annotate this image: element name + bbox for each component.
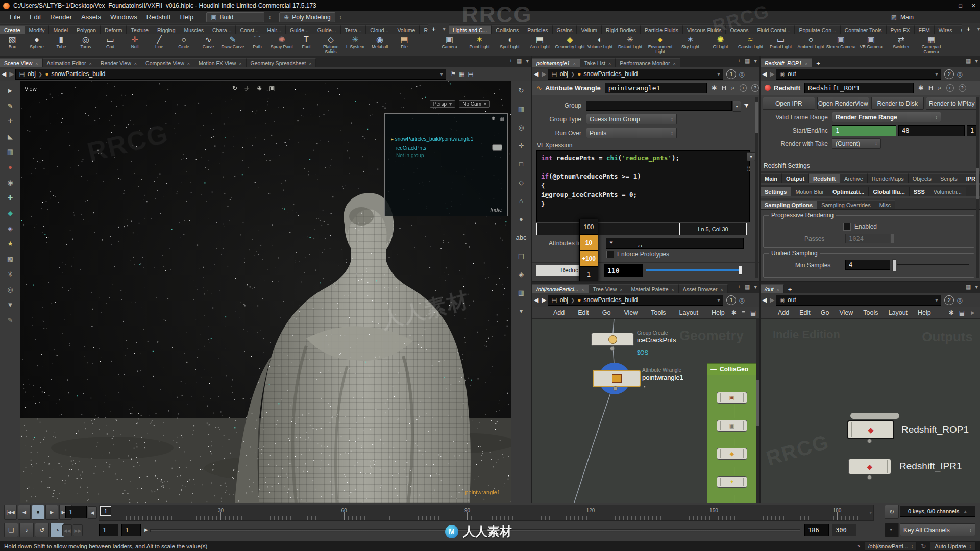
drag-handle-icon[interactable]: ⣿ xyxy=(747,165,749,171)
shelf-tool[interactable]: ▦ Gamepad Camera xyxy=(916,35,946,54)
shelf-tool[interactable]: ╱ Line xyxy=(147,35,172,49)
start-frame-field[interactable]: 1 xyxy=(832,125,896,136)
display-option-icon[interactable]: ◇ xyxy=(513,177,529,188)
rop-path-field[interactable]: ◉ out ▾ xyxy=(776,69,941,80)
settings-tab[interactable]: Archive xyxy=(840,173,868,183)
settings-tab[interactable]: Output xyxy=(782,173,809,183)
tools-icon[interactable]: ✱ xyxy=(949,309,954,316)
network-menu-item[interactable]: Go xyxy=(596,309,618,316)
shelf-tool[interactable]: ◉ Metaball xyxy=(368,35,392,49)
shelf-tool[interactable]: ● Environment Light xyxy=(645,35,675,54)
pane-menu-icon[interactable]: ▾ xyxy=(754,284,757,290)
snapshot-icon[interactable]: ▦ xyxy=(459,70,464,78)
close-icon[interactable]: × xyxy=(187,61,190,66)
pane-layout-icon[interactable]: ▦ xyxy=(745,284,750,290)
node-pointwrangle1[interactable] xyxy=(593,370,641,387)
shelf-tool[interactable]: ▭ Portal Light xyxy=(766,35,796,49)
pane-tab[interactable]: Performance Monitor× xyxy=(616,58,680,67)
ruler-menu-icon[interactable]: ▾ xyxy=(869,510,872,515)
network-canvas[interactable]: Geometry Group Create iceCrackPnts $OS xyxy=(532,319,759,503)
shelf-tab[interactable]: Texture xyxy=(127,25,153,34)
spinner-icon[interactable]: ↕ xyxy=(671,116,673,122)
menu-item[interactable]: File xyxy=(5,12,25,22)
viewport-tool-icon[interactable]: ★ xyxy=(3,238,18,249)
window-minimize-button[interactable]: ─ xyxy=(945,3,949,9)
scene-path-field[interactable]: ▤ obj ❯ ● snowParticles_build ▾ xyxy=(15,69,446,80)
shelf-tool[interactable]: ▧ Box xyxy=(0,35,24,49)
tools-icon[interactable]: ✱ xyxy=(731,309,737,316)
camera-list-icon[interactable]: ▤ xyxy=(468,70,474,78)
window-maximize-button[interactable]: □ xyxy=(959,3,962,9)
min-samples-slider-handle[interactable] xyxy=(892,259,896,271)
global-end-field[interactable]: 300 xyxy=(832,524,856,536)
pane-tab[interactable]: Material Palette× xyxy=(627,284,679,293)
shelf-tab[interactable]: Chara... xyxy=(208,25,236,34)
shelf-tool[interactable]: ✶ Sky Light xyxy=(675,35,705,49)
view-tool-icon[interactable]: ✛ xyxy=(244,85,250,92)
display-option-icon[interactable]: □ xyxy=(513,158,529,169)
pane-layout-icon[interactable]: ▦ xyxy=(966,284,971,290)
back-icon[interactable]: ◀ xyxy=(2,70,6,78)
shelf-tab[interactable]: Rigid Bodies xyxy=(602,25,641,34)
viewport-tool-icon[interactable]: ● xyxy=(3,161,18,172)
gear-icon[interactable]: ✱ xyxy=(712,84,717,92)
settings-subtab[interactable]: Settings xyxy=(761,187,791,196)
viewport-tool-icon[interactable]: ✎ xyxy=(3,314,18,325)
shelf-tab[interactable]: Container Tools xyxy=(841,25,887,34)
settings-tab[interactable]: Scripts xyxy=(936,173,962,183)
shelf-tab[interactable]: Redshift xyxy=(420,25,428,34)
reduce-slider-track[interactable] xyxy=(646,269,739,271)
shelf-tool[interactable]: ✺ Spray Paint xyxy=(270,35,294,49)
network-menu-item[interactable]: Edit xyxy=(794,309,816,316)
pane-menu-icon[interactable]: ▾ xyxy=(754,58,757,64)
display-option-icon[interactable]: ✛ xyxy=(513,140,529,151)
viewport-tool-icon[interactable]: ◈ xyxy=(3,222,18,234)
min-samples-slider-track[interactable] xyxy=(897,264,969,265)
link-badge[interactable]: 1 xyxy=(726,69,736,79)
shelf-tool[interactable]: ▣ Stereo Camera xyxy=(826,35,856,49)
shelf-tab[interactable]: Guide... xyxy=(286,25,313,34)
settings-tab[interactable]: Redshift xyxy=(809,173,840,183)
node-output-dot[interactable] xyxy=(867,475,872,480)
viewport-tool-icon[interactable]: ◣ xyxy=(3,131,18,142)
toolset-select[interactable]: ⊕ Poly Modeling xyxy=(279,12,335,22)
shelf-tool[interactable]: ▣ Camera xyxy=(434,35,464,49)
build-spinner[interactable]: ↕ xyxy=(268,14,271,20)
network-menu-item[interactable]: View xyxy=(617,309,644,316)
pane-scrollbar[interactable] xyxy=(976,97,979,278)
group-select-arrow-icon[interactable]: ➤ xyxy=(742,100,751,110)
settings-subtab[interactable]: SSS xyxy=(910,187,929,196)
refresh-icon[interactable]: ↻ xyxy=(921,543,926,550)
global-start-field[interactable]: 1 xyxy=(99,524,118,536)
up-arrow-icon[interactable]: ▲ xyxy=(963,509,967,514)
close-icon[interactable]: × xyxy=(608,61,611,66)
shelf-tab[interactable]: Collisions xyxy=(492,25,523,34)
boxed-node[interactable]: ✦ xyxy=(717,476,747,488)
shelf-tab-menu[interactable]: ▾ xyxy=(443,26,446,32)
pane-menu-icon[interactable]: ▾ xyxy=(975,58,978,64)
shelf-tool[interactable]: ● Sphere xyxy=(24,35,49,49)
close-icon[interactable]: × xyxy=(805,61,807,66)
pane-tab[interactable]: Geometry Spreadsheet× xyxy=(247,58,316,67)
settings-subtab[interactable]: Optimizati... xyxy=(828,187,869,196)
pin-icon[interactable]: ⚑ xyxy=(450,70,456,78)
shelf-tool[interactable]: ◎ Torus xyxy=(74,35,98,49)
shelf-tab[interactable]: Vellum xyxy=(577,25,602,34)
display-option-icon[interactable]: ▤ xyxy=(513,250,529,261)
shelf-tab[interactable]: Deform xyxy=(101,25,127,34)
settings-subtab[interactable]: Global Illu... xyxy=(869,187,909,196)
view-tool-icon[interactable]: ▣ xyxy=(269,85,275,92)
pane-tab[interactable]: /obj/snowParticl...× xyxy=(532,284,589,293)
enforce-prototypes-checkbox[interactable] xyxy=(606,251,614,258)
viewport-tool-icon[interactable]: ◎ xyxy=(3,284,18,295)
close-icon[interactable]: × xyxy=(581,287,584,292)
current-frame-field[interactable]: 1 xyxy=(65,506,87,518)
help-icon[interactable]: ? xyxy=(751,84,759,92)
path-root[interactable]: obj xyxy=(28,70,36,78)
forward-icon[interactable]: ▶ xyxy=(542,70,546,78)
back-icon[interactable]: ◀ xyxy=(762,296,767,304)
display-option-icon[interactable]: ↻ xyxy=(513,85,529,96)
node-name-field[interactable]: Redshift_ROP1 xyxy=(804,83,914,93)
shelf-tool[interactable]: ○ Circle xyxy=(172,35,196,49)
display-option-icon[interactable]: ◈ xyxy=(513,268,529,280)
